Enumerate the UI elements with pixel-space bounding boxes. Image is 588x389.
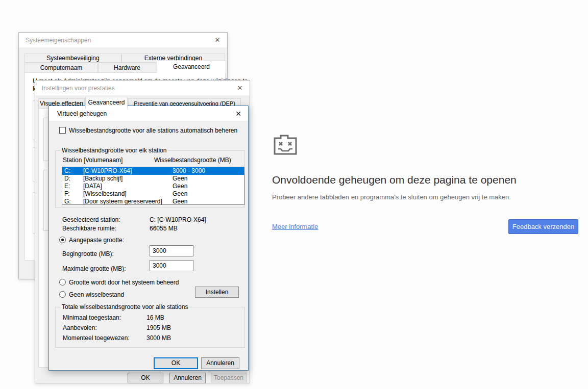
custom-size-radio[interactable] [59,237,66,243]
drive-letter: G: [64,198,71,205]
drive-volume: [Door systeem gereserveerd] [83,198,162,205]
tab-label: Geavanceerd [173,63,210,70]
drive-size: Geen [173,198,187,205]
drive-row-f[interactable]: F: [Wisselbestand] Geen [62,190,244,198]
tab-geavanceerd-prestaties[interactable]: Geavanceerd [85,97,128,109]
error-page-title: Onvoldoende geheugen om deze pagina te o… [272,174,517,186]
drive-listbox[interactable]: C: [C-W10PRO-X64] 3000 - 3000 D: [Backup… [62,167,244,205]
set-button[interactable]: Instellen [195,287,239,298]
drive-size: Geen [173,190,187,198]
tab-systeembeveiliging[interactable]: Systeembeveiliging [24,54,121,63]
drive-row-e[interactable]: E: [DATA] Geen [62,183,244,190]
drive-row-c[interactable]: C: [C-W10PRO-X64] 3000 - 3000 [62,167,244,175]
drive-volume: [Backup schijf] [83,175,122,183]
virtual-memory-titlebar: Virtueel geheugen ✕ [49,106,248,121]
close-icon[interactable]: ✕ [234,109,243,118]
drive-size-group: Wisselbestandsgrootte voor elk station S… [55,150,245,208]
drive-volume: [C-W10PRO-X64] [83,167,132,175]
tab-hardware[interactable]: Hardware [98,63,156,73]
max-size-input[interactable] [150,260,193,271]
column-header-station: Station [Volumenaam] [63,157,122,164]
apply-button-performance: Toepassen [211,373,247,383]
group-label: Totale wisselbestandsgrootte voor alle s… [60,303,189,310]
system-managed-radio[interactable] [59,279,66,286]
system-properties-titlebar: Systeemeigenschappen ✕ [19,33,227,47]
drive-row-d[interactable]: D: [Backup schijf] Geen [62,175,244,183]
cancel-button-performance[interactable]: Annuleren [169,373,206,383]
drive-row-g[interactable]: G: [Door systeem gereserveerd] Geen [62,198,244,205]
drive-volume: [Wisselbestand] [83,190,127,198]
tab-label: Geavanceerd [88,99,125,106]
recommended-label: Aanbevolen: [63,324,97,331]
drive-volume: [DATA] [83,183,102,190]
drive-letter: F: [64,190,70,198]
max-size-label: Maximale grootte (MB): [62,265,126,272]
tab-geavanceerd[interactable]: Geavanceerd [157,61,226,73]
column-header-size: Wisselbestandsgrootte (MB) [154,157,231,164]
no-pagefile-label: Geen wisselbestand [69,291,124,298]
system-properties-title: Systeemeigenschappen [26,37,91,44]
sad-folder-icon [272,133,299,157]
group-label: Wisselbestandsgrootte voor elk station [60,147,168,154]
tab-label: Computernaam [40,64,83,71]
drive-size: Geen [173,175,187,183]
virtual-memory-dialog: Virtueel geheugen ✕ Wisselbestandsgroott… [48,106,249,371]
tab-label: Systeembeveiliging [46,55,99,62]
close-icon[interactable]: ✕ [213,36,222,45]
no-pagefile-radio[interactable] [59,291,66,298]
tab-computernaam[interactable]: Computernaam [24,63,98,73]
totals-group: Totale wisselbestandsgrootte voor alle s… [55,307,245,348]
ok-button-virtual-memory[interactable]: OK [154,357,198,369]
auto-manage-checkbox[interactable] [59,127,66,134]
drive-letter: E: [64,183,70,190]
drive-letter: D: [64,175,70,183]
recommended-value: 1905 MB [146,324,171,331]
feedback-button[interactable]: Feedback verzenden [508,219,578,234]
selected-station-label: Geselecteerd station: [62,216,120,223]
virtual-memory-title: Virtueel geheugen [57,110,107,117]
custom-size-label: Aangepaste grootte: [69,237,124,244]
cancel-button-virtual-memory[interactable]: Annuleren [201,357,239,369]
system-managed-label: Grootte wordt door het systeem beheerd [69,279,179,286]
drive-size: Geen [173,183,187,190]
initial-size-label: Begingrootte (MB): [62,250,114,257]
drive-letter: C: [64,167,70,175]
performance-options-titlebar: Instellingen voor prestaties ✕ [35,81,250,95]
allocated-label: Momenteel toegewezen: [63,334,130,342]
more-info-link[interactable]: Meer informatie [272,223,318,230]
selected-station-value: C: [C-W10PRO-X64] [150,216,206,223]
auto-manage-label: Wisselbestandsgrootte voor alle stations… [69,127,237,134]
min-allowed-value: 16 MB [146,314,164,321]
performance-options-title: Instellingen voor prestaties [42,85,115,92]
available-space-label: Beschikbare ruimte: [62,225,116,232]
tab-label: Hardware [114,64,140,71]
error-page-subtitle: Probeer andere tabbladen en programma's … [272,193,511,201]
available-space-value: 66055 MB [150,225,178,232]
drive-size: 3000 - 3000 [173,167,205,175]
initial-size-input[interactable] [150,245,193,256]
ok-button-performance[interactable]: OK [128,373,163,383]
allocated-value: 3000 MB [146,334,171,342]
close-icon[interactable]: ✕ [235,84,244,93]
min-allowed-label: Minimaal toegestaan: [63,314,121,321]
